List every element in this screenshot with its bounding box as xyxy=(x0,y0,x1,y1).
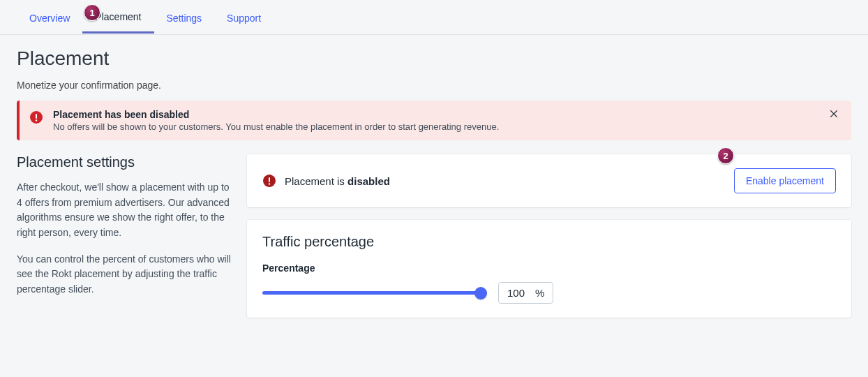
content-row: Placement settings After checkout, we'll… xyxy=(17,154,851,330)
placement-status-state: disabled xyxy=(347,175,390,187)
alert-desc: No offers will be shown to your customer… xyxy=(53,121,826,132)
svg-point-5 xyxy=(269,183,270,184)
traffic-slider[interactable] xyxy=(262,286,486,300)
alert-banner: Placement has been disabled No offers wi… xyxy=(17,101,851,140)
alert-icon xyxy=(29,110,43,124)
slider-track xyxy=(262,291,486,295)
placement-status-text: Placement is disabled xyxy=(285,175,390,187)
placement-status-card: Placement is disabled Enable placement 2 xyxy=(247,154,851,207)
tab-overview[interactable]: Overview xyxy=(17,2,82,33)
callout-badge-1: 1 xyxy=(84,4,100,21)
placement-settings-title: Placement settings xyxy=(17,154,233,170)
traffic-percentage-card: Traffic percentage Percentage 100 % xyxy=(247,220,851,318)
page-subtitle: Monetize your confirmation page. xyxy=(17,80,851,91)
tab-settings[interactable]: Settings xyxy=(154,2,215,33)
placement-settings-desc-2: You can control the percent of customers… xyxy=(17,252,233,297)
placement-status-prefix: Placement is xyxy=(285,175,347,187)
traffic-title: Traffic percentage xyxy=(262,234,836,250)
slider-thumb[interactable] xyxy=(474,287,487,300)
tab-support[interactable]: Support xyxy=(214,2,274,33)
status-warning-icon xyxy=(262,174,276,188)
percentage-unit: % xyxy=(535,287,544,299)
svg-rect-4 xyxy=(269,177,270,182)
enable-placement-button[interactable]: Enable placement xyxy=(734,168,836,193)
alert-close-button[interactable] xyxy=(826,109,841,121)
slider-row: 100 % xyxy=(262,282,836,304)
alert-title: Placement has been disabled xyxy=(53,109,826,120)
percentage-input[interactable]: 100 % xyxy=(498,282,553,304)
settings-cards-column: Placement is disabled Enable placement 2… xyxy=(247,154,851,330)
page-content: Placement Monetize your confirmation pag… xyxy=(0,35,868,330)
callout-badge-2: 2 xyxy=(717,147,734,164)
settings-description-column: Placement settings After checkout, we'll… xyxy=(17,154,233,309)
svg-point-2 xyxy=(36,119,37,121)
placement-settings-desc-1: After checkout, we'll show a placement w… xyxy=(17,180,233,241)
alert-body: Placement has been disabled No offers wi… xyxy=(53,109,826,132)
percentage-label: Percentage xyxy=(262,263,836,274)
percentage-value: 100 xyxy=(507,287,528,299)
tabs-bar: Overview Placement Settings Support 1 xyxy=(0,0,868,35)
page-title: Placement xyxy=(17,47,851,70)
svg-rect-1 xyxy=(36,114,37,119)
